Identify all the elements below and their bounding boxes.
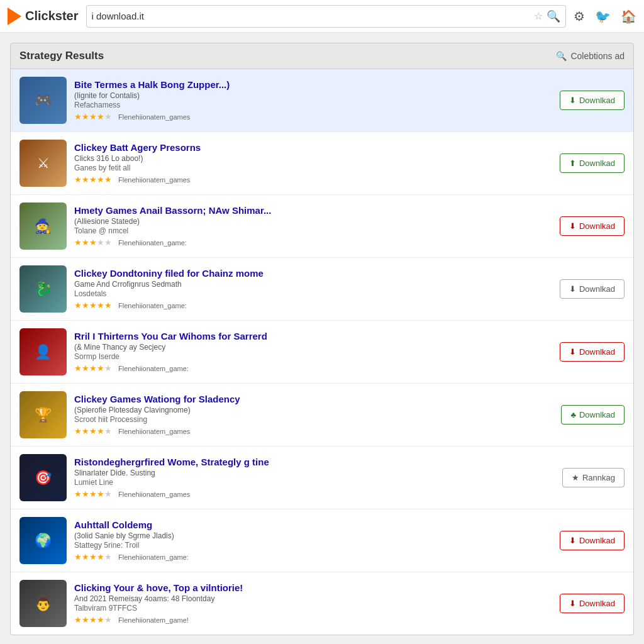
search-button[interactable]: 🔍: [547, 9, 560, 23]
section-search-area[interactable]: 🔍 Colebtions ad: [556, 51, 625, 61]
rating-stars: ★★★★★: [74, 615, 112, 625]
star-2: ★: [82, 615, 89, 625]
star-2: ★: [82, 364, 89, 373]
star-5: ★: [104, 112, 112, 121]
star-3: ★: [89, 489, 97, 499]
download-button[interactable]: ♣ Downlkad: [561, 405, 625, 425]
thumb-icon: 👨: [19, 580, 67, 627]
rating-stars: ★★★★★: [74, 489, 112, 499]
home-icon[interactable]: 🏠: [621, 9, 636, 24]
result-item: 🧙 Hmety Games Anail Bassorn; NAw Shimar.…: [11, 195, 633, 258]
star-5: ★: [104, 552, 112, 562]
settings-icon[interactable]: ⚙: [574, 9, 585, 24]
result-title: Hmety Games Anail Bassorn; NAw Shimar...: [74, 205, 552, 216]
download-btn-label: Rannkag: [582, 473, 615, 482]
star-2: ★: [82, 238, 89, 247]
logo-area: Clickster: [8, 8, 79, 25]
star-5: ★: [104, 238, 112, 247]
star-1: ★: [74, 426, 82, 436]
star-2: ★: [82, 301, 89, 310]
star-1: ★: [74, 112, 82, 121]
result-publisher: Losdetals: [74, 289, 552, 298]
platform-tag: Flenehiionatem_game:: [118, 365, 189, 372]
result-publisher: Scroot hiit Processing: [74, 415, 553, 424]
result-action: ★ Rannkag: [562, 468, 625, 487]
result-thumbnail: 🐉: [19, 265, 67, 313]
platform-tag: Flenehiionaten_game:: [118, 302, 187, 309]
star-2: ★: [82, 175, 89, 184]
download-btn-label: Downlkad: [579, 536, 615, 545]
result-subtitle: (Spierofie Plotesday Clavingnome): [74, 406, 553, 414]
thumb-icon: 🏆: [19, 391, 67, 438]
result-item: 🎮 Bite Termes a Halk Bong Zupper...) (Ii…: [11, 69, 633, 132]
section-title: Strategy Results: [19, 50, 104, 62]
result-thumbnail: 👨: [19, 580, 67, 627]
result-info: Hmety Games Anail Bassorn; NAw Shimar...…: [74, 205, 552, 247]
result-action: ⬇ Downlkad: [560, 531, 625, 550]
bookmark-icon[interactable]: ☆: [534, 10, 543, 22]
result-thumbnail: ⚔: [19, 140, 67, 187]
result-action: ♣ Downlkad: [561, 405, 625, 425]
logo-text: Clickster: [25, 9, 79, 23]
platform-tag: Flenehiionatem_games: [118, 176, 190, 184]
search-input[interactable]: [92, 11, 535, 21]
result-item: 🏆 Clickey Games Wationg for Sladency (Sp…: [11, 384, 633, 447]
thumb-icon: 🎯: [19, 454, 67, 501]
result-title: Clickey Games Wationg for Sladency: [74, 394, 553, 404]
twitter-icon[interactable]: 🐦: [595, 9, 611, 24]
results-list: 🎮 Bite Termes a Halk Bong Zupper...) (Ii…: [10, 69, 634, 635]
stars-row: ★★★★★ Flenehiionatem_games: [74, 426, 553, 436]
search-icon-small: 🔍: [556, 51, 567, 61]
star-1: ★: [74, 175, 82, 184]
thumb-icon: 🐉: [19, 265, 67, 313]
thumb-icon: 🌍: [19, 517, 67, 564]
download-btn-label: Downlkad: [579, 599, 615, 608]
download-button[interactable]: ⬇ Downlkad: [560, 279, 625, 299]
download-btn-label: Downlkad: [579, 221, 615, 231]
star-3: ★: [89, 426, 97, 436]
download-button[interactable]: ⬇ Downlkad: [560, 91, 625, 110]
nav-icons: ⚙ 🐦 🏠: [574, 9, 636, 24]
platform-tag: Flenehiionatem_games: [118, 491, 190, 498]
result-subtitle: And 2021 Remeisay 4oams: 48 Floontday: [74, 594, 552, 603]
platform-tag: Flenehiionaten_game:: [118, 239, 187, 247]
result-thumbnail: 🌍: [19, 517, 67, 564]
result-item: 🎯 Ristondeghergr​fired Wome, Strategly g…: [11, 447, 633, 509]
stars-row: ★★★★★ Flenehiionatem_games: [74, 112, 552, 121]
stars-row: ★★★★★ Flenehiionatem_game!: [74, 615, 552, 625]
result-thumbnail: 🏆: [19, 391, 67, 438]
star-4: ★: [97, 552, 104, 562]
star-3: ★: [89, 175, 97, 184]
result-title: Ristondeghergr​fired Wome, Strategly g t…: [74, 457, 555, 467]
result-info: Ristondeghergr​fired Wome, Strategly g t…: [74, 457, 555, 499]
download-button[interactable]: ⬇ Downlkad: [560, 531, 625, 550]
download-button[interactable]: ⬇ Downlkad: [560, 594, 625, 613]
result-item: 👤 Rril I Thirterns You Car Wihoms for Sa…: [11, 321, 633, 384]
result-info: Bite Termes a Halk Bong Zupper...) (Iign…: [74, 79, 552, 121]
star-5: ★: [104, 489, 112, 499]
result-action: ⬆ Downlkad: [560, 153, 625, 173]
download-btn-icon: ⬇: [569, 221, 576, 231]
stars-row: ★★★★★ Flenehiionatem_games: [74, 175, 552, 184]
result-subtitle: (Alliesione Statede): [74, 217, 552, 226]
stars-row: ★★★★★ Flenehiionatem_game:: [74, 364, 552, 373]
result-publisher: Lumiet Line: [74, 478, 555, 487]
download-btn-icon: ⬇: [569, 599, 576, 608]
result-thumbnail: 🧙: [19, 203, 67, 250]
result-action: ⬇ Downlkad: [560, 91, 625, 110]
download-btn-icon: ⬇: [569, 284, 576, 294]
star-2: ★: [82, 552, 89, 562]
download-button[interactable]: ⬆ Downlkad: [560, 153, 625, 173]
star-3: ★: [89, 238, 97, 247]
download-btn-label: Downlkad: [579, 158, 615, 168]
result-publisher: Talbviram 9TFFCS: [74, 604, 552, 613]
download-btn-icon: ★: [572, 473, 579, 482]
search-bar[interactable]: ☆ 🔍: [86, 5, 567, 28]
result-subtitle: (Iignite for Contalis): [74, 91, 552, 100]
download-button[interactable]: ★ Rannkag: [562, 468, 625, 487]
download-button[interactable]: ⬇ Downlkad: [560, 342, 625, 362]
logo-icon: [8, 8, 21, 25]
rating-stars: ★★★★★: [74, 426, 112, 436]
result-title: Bite Termes a Halk Bong Zupper...): [74, 79, 552, 90]
download-button[interactable]: ⬇ Downlkad: [560, 216, 625, 236]
